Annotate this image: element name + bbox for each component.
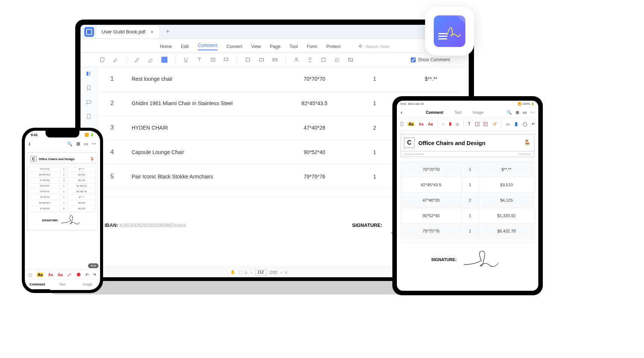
svg-rect-7 [322,58,325,61]
iban-block: IBAN: It2819326201631000662xxxxx [105,222,186,228]
stamp2-icon[interactable] [307,57,313,63]
signature-person-icon[interactable] [293,57,299,63]
menu-convert[interactable]: Convert [226,44,242,49]
readmode-icon[interactable]: ▭ [84,141,88,147]
menu-tool[interactable]: Tool [290,44,298,49]
hand-tool-icon[interactable]: ✋ [230,270,235,275]
grid-icon[interactable]: ⊞ [76,141,80,147]
hide-icon[interactable] [348,57,354,63]
menu-home[interactable]: Home [160,44,172,49]
underline-icon[interactable] [183,57,189,63]
logo-c-icon: C [404,137,415,148]
pen-icon[interactable] [442,122,445,126]
area-icon[interactable] [272,57,278,63]
phone-tab-comment[interactable]: Comment [25,279,50,290]
more-icon[interactable]: ⋯ [92,141,96,147]
textbox-icon[interactable] [210,57,216,63]
search-placeholder[interactable]: Search Tools [366,44,389,49]
tablet-tab-text[interactable]: Text [454,110,461,115]
undo-icon[interactable]: ↶ [532,122,535,126]
stamp-icon[interactable] [258,57,264,63]
bookmark-panel-icon[interactable] [85,85,93,91]
note-icon[interactable]: 📝 [492,122,497,126]
phone-tab-image[interactable]: Image [75,279,100,290]
phone-nav: ‹ 🔍 ⊞ ▭ ⋯ [25,137,100,150]
new-tab-button[interactable]: + [166,28,170,36]
first-page-icon[interactable]: |‹ [245,270,248,275]
back-icon[interactable]: ‹ [29,140,30,147]
signature-icon [61,214,83,226]
logo-c-icon: C [30,156,36,162]
prev-page-icon[interactable]: ‹ [251,270,252,275]
page-panel-icon[interactable] [85,113,93,119]
svg-rect-3 [260,59,264,61]
readmode-icon[interactable]: ▭ [523,110,527,115]
close-tab-icon[interactable]: × [150,29,153,35]
file-tab[interactable]: User Guild Book.pdf × [96,26,159,38]
strike-aa-icon[interactable]: Aa [58,273,62,277]
highlight-icon[interactable] [113,57,119,63]
select-tool-icon[interactable]: ⬚ [238,270,242,275]
pencil-icon[interactable] [134,57,140,63]
phone-document[interactable]: C Office Chairs and Design 🪑 70*70*701$*… [25,150,100,270]
menu-form[interactable]: Form [307,44,317,49]
table-row: 47*40*282$4,125 [401,193,535,208]
tablet-tab-image[interactable]: Image [473,110,483,115]
search-icon[interactable]: 🔍 [67,141,73,147]
grid-icon[interactable]: ⊞ [516,110,519,115]
stamp-icon[interactable]: ▭ [506,122,509,126]
note-icon[interactable] [99,57,105,63]
signal-icon: 📶 🔋 [85,133,94,137]
menu-protect[interactable]: Protect [327,44,341,49]
color-dot-icon[interactable] [449,122,451,126]
menu-comment[interactable]: Comment [198,43,217,50]
tablet-document[interactable]: C Office Chairs and Design 🪑 Shipping an… [397,130,538,291]
box-icon[interactable] [320,57,327,63]
menu-page[interactable]: Page [270,44,281,49]
color-swatch[interactable] [161,57,167,63]
callout-icon[interactable]: T [484,122,488,126]
select-icon[interactable] [401,122,403,126]
more-icon[interactable]: ⋯ [530,110,535,115]
menu-edit[interactable]: Edit [181,44,189,49]
menu-view[interactable]: View [251,44,261,49]
underline-aa-icon[interactable]: Aa [48,273,53,277]
crop-icon[interactable]: ⬚ [29,273,32,277]
text-t-icon[interactable]: T [468,122,471,126]
show-comment-toggle[interactable]: Show Comment [411,57,450,62]
svg-point-5 [295,58,297,60]
signature-icon [463,249,504,270]
eraser-icon[interactable] [148,57,154,63]
app-logo-icon [84,27,94,37]
callout-icon[interactable] [223,57,229,63]
underline-aa-icon[interactable]: Aa [419,122,424,126]
last-page-icon[interactable]: ›| [285,270,287,275]
phone-tab-text[interactable]: Text [50,279,75,290]
table-row: 82*45*43.51$3,510 [29,172,96,178]
svg-rect-10 [89,72,91,76]
color-dot-icon[interactable] [77,273,80,276]
text-icon[interactable] [196,57,202,63]
back-icon[interactable]: ‹ [401,109,402,115]
textbox-icon[interactable]: T [475,122,479,126]
comment-panel-icon[interactable] [85,99,93,105]
pen-icon[interactable] [67,272,72,277]
table-row: 70*70*701$**.** [29,195,96,200]
attachment-icon[interactable] [334,57,340,63]
shape-icon[interactable]: ◯ [523,122,527,126]
redo-icon[interactable]: ↷ [93,273,96,277]
undo-icon[interactable]: ↶ [85,273,88,277]
sign-icon[interactable]: 👤 [514,122,518,126]
next-page-icon[interactable]: › [280,270,282,275]
page-input[interactable] [255,269,266,275]
search-icon[interactable]: 🔍 [507,110,512,115]
shape-icon[interactable] [245,57,251,63]
highlight-aa-icon[interactable]: Aa [37,273,43,277]
table-row: 1Rest lounge chair70*70*701$**.** [97,67,461,91]
page-total: /200 [269,270,277,275]
strike-aa-icon[interactable]: Aa [428,122,433,126]
tablet-tab-comment[interactable]: Comment [426,110,443,115]
thumbnail-panel-icon[interactable] [85,71,93,77]
eraser-icon[interactable]: ◇ [456,122,459,126]
highlight-aa-icon[interactable]: Aa [408,122,414,126]
